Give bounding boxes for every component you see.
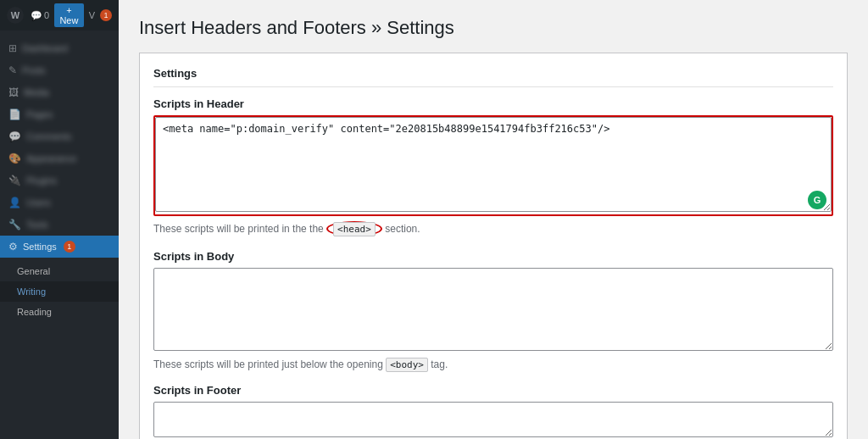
head-circle-annotation: <head>: [326, 221, 382, 236]
subnav-label-writing: Writing: [17, 286, 46, 297]
vitals-icon[interactable]: V: [89, 10, 95, 20]
sidebar-label-settings: Settings: [23, 242, 57, 252]
footer-scripts-section: Scripts in Footer: [153, 384, 833, 439]
footer-scripts-textarea[interactable]: [153, 402, 833, 437]
dashboard-icon: ⊞: [8, 42, 17, 54]
users-icon: 👤: [8, 197, 21, 208]
sidebar-item-media[interactable]: 🖼 Media: [0, 81, 119, 103]
header-scripts-section: Scripts in Header <meta name="p:domain_v…: [153, 97, 833, 236]
body-scripts-help: These scripts will be printed just below…: [153, 358, 833, 370]
tools-icon: 🔧: [8, 219, 21, 231]
sidebar-label-pages: Pages: [26, 109, 53, 119]
sidebar-item-comments[interactable]: 💬 Comments: [0, 125, 119, 147]
sidebar-item-users[interactable]: 👤 Users: [0, 192, 119, 214]
sidebar-label-appearance: Appearance: [26, 153, 76, 164]
sidebar-label-posts: Posts: [22, 65, 46, 75]
sidebar-label-plugins: Plugins: [26, 175, 57, 186]
body-code: <body>: [386, 358, 428, 372]
plugins-icon: 🔌: [8, 175, 21, 186]
grammarly-button[interactable]: G: [808, 191, 826, 209]
sidebar-item-tools[interactable]: 🔧 Tools: [0, 214, 119, 236]
body-scripts-label: Scripts in Body: [153, 250, 833, 263]
header-scripts-textarea[interactable]: <meta name="p:domain_verify" content="2e…: [155, 117, 832, 212]
sidebar-item-plugins[interactable]: 🔌 Plugins: [0, 169, 119, 192]
sidebar-item-dashboard[interactable]: ⊞ Dashboard: [0, 37, 119, 59]
sidebar-item-appearance[interactable]: 🎨 Appearance: [0, 147, 119, 169]
sidebar-label-dashboard: Dashboard: [22, 43, 68, 53]
sidebar-menu: ⊞ Dashboard ✎ Posts 🖼 Media 📄 Pages 💬 Co…: [0, 31, 119, 439]
settings-badge: 1: [64, 241, 75, 253]
notification-icon[interactable]: 1: [100, 9, 112, 21]
posts-icon: ✎: [8, 64, 17, 76]
subnav-label-general: General: [17, 266, 50, 276]
sidebar-topbar: W 💬 0 + New V 1: [0, 0, 119, 31]
sidebar-label-comments: Comments: [26, 131, 71, 142]
body-scripts-section: Scripts in Body These scripts will be pr…: [153, 250, 833, 370]
settings-card: Settings Scripts in Header <meta name="p…: [139, 53, 848, 439]
appearance-icon: 🎨: [8, 153, 21, 164]
sidebar-label-media: Media: [24, 87, 49, 97]
pages-icon: 📄: [8, 108, 21, 120]
header-scripts-label: Scripts in Header: [153, 97, 833, 110]
settings-subnav: General Writing Reading: [0, 258, 119, 325]
page-title: Insert Headers and Footers » Settings: [139, 17, 848, 39]
comments-icon[interactable]: 💬 0: [31, 10, 49, 21]
settings-icon: ⚙: [8, 241, 18, 253]
wp-logo-icon[interactable]: W: [7, 7, 24, 24]
media-icon: 🖼: [8, 86, 19, 98]
subnav-reading[interactable]: Reading: [0, 302, 119, 322]
subnav-writing[interactable]: Writing: [0, 281, 119, 302]
header-textarea-wrapper: <meta name="p:domain_verify" content="2e…: [153, 115, 833, 216]
card-title: Settings: [153, 67, 833, 87]
footer-scripts-label: Scripts in Footer: [153, 384, 833, 397]
sidebar-item-posts[interactable]: ✎ Posts: [0, 59, 119, 81]
new-button[interactable]: + New: [54, 3, 84, 27]
sidebar-label-tools: Tools: [26, 220, 48, 230]
header-scripts-help: These scripts will be printed in the the…: [153, 221, 833, 236]
sidebar: W 💬 0 + New V 1 ⊞ Dashboard ✎ Posts 🖼 Me: [0, 0, 119, 439]
topbar-icons: 💬 0 + New V 1: [31, 3, 112, 27]
subnav-general[interactable]: General: [0, 261, 119, 281]
main-content: Insert Headers and Footers » Settings Se…: [119, 0, 868, 439]
sidebar-item-pages[interactable]: 📄 Pages: [0, 103, 119, 125]
sidebar-label-users: Users: [26, 197, 51, 208]
comments-nav-icon: 💬: [8, 131, 21, 142]
sidebar-item-settings[interactable]: ⚙ Settings 1: [0, 236, 119, 258]
subnav-label-reading: Reading: [17, 307, 52, 317]
body-scripts-textarea[interactable]: [153, 268, 833, 351]
head-code: <head>: [333, 222, 376, 236]
